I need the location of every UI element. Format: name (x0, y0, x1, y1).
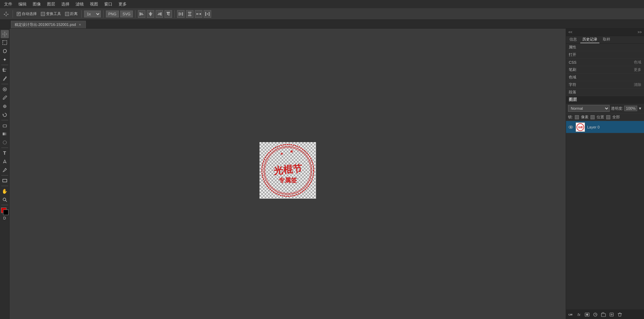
tab-bar: 稿定设计导出-20190716-152001.psd × (0, 20, 644, 29)
align-center-h-btn[interactable] (147, 10, 154, 18)
main-area: ✦ T (0, 29, 644, 319)
property-label: 属性 (569, 45, 576, 50)
menu-layer[interactable]: 图层 (44, 1, 58, 8)
menu-view[interactable]: 视图 (87, 1, 101, 8)
panel-color[interactable]: 色域 (566, 74, 644, 81)
toolbar-sep-3 (103, 10, 104, 18)
document-tab[interactable]: 稿定设计导出-20190716-152001.psd × (11, 21, 86, 28)
panel-para[interactable]: 段落 (566, 89, 644, 96)
tool-healing[interactable] (1, 85, 9, 93)
tool-lasso[interactable] (1, 47, 9, 55)
add-mask-btn[interactable] (584, 311, 591, 318)
menu-select[interactable]: 选择 (59, 1, 72, 8)
canvas-area[interactable]: ★ ★ 光棍节 专属签 · · · · · · · · · · · · · · … (10, 29, 566, 319)
align-right-btn[interactable] (156, 10, 163, 18)
layers-title: 图层 (569, 97, 577, 103)
layers-list: 光棍 Layer 0 (566, 121, 644, 309)
default-colors-btn[interactable]: D (3, 216, 6, 220)
tab-close-btn[interactable]: × (78, 23, 82, 27)
panel-collapse-right[interactable]: >> (637, 30, 643, 34)
tool-hand[interactable]: ✋ (1, 187, 9, 195)
menu-more[interactable]: 更多 (116, 1, 129, 8)
tool-text[interactable]: T (1, 149, 9, 157)
auto-select-checkbox[interactable] (17, 12, 21, 16)
transform-tool-control[interactable]: 变换工具 (40, 11, 62, 17)
lock-all-label: 全部 (612, 115, 620, 120)
tool-path-select[interactable] (1, 166, 9, 174)
opacity-control: 透明度: 100% ▼ (611, 106, 642, 111)
align-top-btn[interactable] (164, 10, 172, 18)
menu-bar: 文件 编辑 图像 图层 选择 滤镜 视图 窗口 更多 (0, 0, 644, 8)
tool-eyedropper[interactable] (1, 75, 9, 83)
tab-filename: 稿定设计导出-20190716-152001.psd (15, 22, 76, 27)
auto-select-control[interactable]: 自动选择 (15, 11, 38, 17)
tool-history-brush[interactable] (1, 111, 9, 119)
svg-button[interactable]: SVG (120, 11, 133, 17)
menu-file[interactable]: 文件 (1, 1, 15, 8)
tool-crop[interactable] (1, 66, 9, 74)
tool-rectangle[interactable] (1, 177, 9, 185)
menu-image[interactable]: 图像 (30, 1, 44, 8)
align-left-btn[interactable] (138, 10, 145, 18)
svg-rect-29 (3, 125, 6, 127)
background-color[interactable] (3, 210, 9, 215)
tool-brush[interactable] (1, 94, 9, 102)
opacity-value[interactable]: 100% (624, 106, 637, 111)
new-layer-btn[interactable] (608, 311, 615, 318)
menu-window[interactable]: 窗口 (101, 1, 115, 8)
tab-info[interactable]: 信息 (567, 36, 579, 43)
panel-property[interactable]: 属性 (566, 44, 644, 51)
lock-pixel-checkbox[interactable] (575, 115, 579, 119)
adjustment-layer-btn[interactable] (592, 311, 599, 318)
tool-magic-wand[interactable]: ✦ (1, 56, 9, 64)
link-layers-btn[interactable] (567, 311, 574, 318)
new-group-btn[interactable] (600, 311, 607, 318)
left-toolbar: ✦ T (0, 29, 10, 319)
tool-pen[interactable] (1, 157, 9, 166)
tool-clone[interactable] (1, 102, 9, 110)
tool-blur[interactable] (1, 138, 9, 147)
svg-rect-6 (161, 12, 161, 16)
canvas-image: ★ ★ 光棍节 专属签 · · · · · · · · · · · · · · … (260, 142, 316, 199)
tool-move[interactable] (1, 30, 9, 38)
panel-char[interactable]: 字符 清除 (566, 81, 644, 89)
lock-label: 锁: (568, 115, 573, 120)
opacity-dropdown-arrow[interactable]: ▼ (638, 106, 642, 110)
lock-position-checkbox[interactable] (591, 115, 595, 119)
panel-open[interactable]: 打开 (566, 51, 644, 59)
zoom-select[interactable]: 1x 2x 0.5x (84, 11, 101, 17)
transform-checkbox[interactable] (41, 12, 45, 16)
delete-layer-btn[interactable] (616, 311, 623, 318)
tab-history[interactable]: 历史记录 (580, 36, 599, 43)
tool-selection[interactable] (1, 39, 9, 47)
svg-rect-19 (200, 13, 201, 15)
lock-all-checkbox[interactable] (606, 115, 610, 119)
tool-gradient[interactable] (1, 130, 9, 138)
panel-css[interactable]: CSS 色域 (566, 59, 644, 66)
canvas-container: ★ ★ 光棍节 专属签 · · · · · · · · · · · · · · … (260, 142, 316, 199)
svg-rect-1 (140, 13, 143, 14)
distance-checkbox[interactable] (65, 12, 69, 16)
fx-btn[interactable]: fx (576, 311, 582, 318)
menu-edit[interactable]: 编辑 (16, 1, 29, 8)
distribute-h-btn[interactable] (177, 10, 185, 18)
tab-sample[interactable]: 取样 (601, 36, 612, 43)
distance-control[interactable]: 距离 (64, 11, 79, 17)
menu-filter[interactable]: 滤镜 (73, 1, 87, 8)
toolbar-move-icon (2, 11, 10, 17)
panel-brush[interactable]: 笔刷 更多 (566, 66, 644, 74)
tool-eraser[interactable] (1, 121, 9, 130)
layer-visibility-toggle[interactable] (568, 124, 574, 130)
panel-collapse-left[interactable]: << (567, 30, 574, 34)
distribute-space-btn[interactable] (195, 10, 202, 18)
svg-rect-10 (167, 13, 168, 15)
tool-zoom[interactable] (1, 196, 9, 204)
layer-name: Layer 0 (587, 125, 642, 129)
svg-rect-0 (140, 12, 140, 16)
svg-rect-9 (167, 12, 170, 13)
blend-mode-select[interactable]: Normal (568, 105, 610, 112)
distribute-v-btn[interactable] (186, 10, 193, 18)
distribute-full-btn[interactable] (204, 10, 211, 18)
layer-item[interactable]: 光棍 Layer 0 (566, 121, 644, 133)
png-button[interactable]: PNG (106, 11, 119, 17)
